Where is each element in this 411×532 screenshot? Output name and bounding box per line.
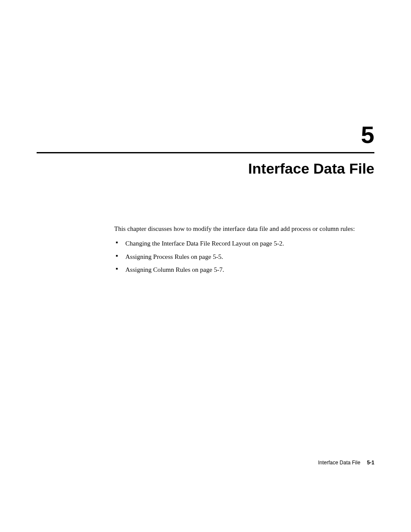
- chapter-title: Interface Data File: [37, 160, 374, 177]
- chapter-divider: [37, 152, 374, 153]
- list-item: Assigning Column Rules on page 5-7.: [114, 265, 370, 274]
- intro-paragraph: This chapter discusses how to modify the…: [114, 224, 370, 233]
- bullet-list: Changing the Interface Data File Record …: [114, 239, 370, 274]
- chapter-number: 5: [37, 121, 374, 149]
- content-block: This chapter discusses how to modify the…: [37, 224, 374, 274]
- footer-page-number: 5-1: [367, 460, 374, 466]
- list-item: Assigning Process Rules on page 5-5.: [114, 252, 370, 261]
- list-item: Changing the Interface Data File Record …: [114, 239, 370, 248]
- document-page: 5 Interface Data File This chapter discu…: [0, 0, 411, 532]
- page-footer: Interface Data File 5-1: [318, 460, 374, 466]
- footer-title: Interface Data File: [318, 460, 360, 466]
